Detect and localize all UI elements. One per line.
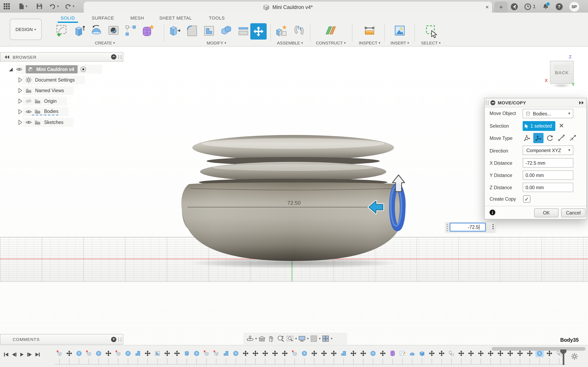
file-menu-icon[interactable]	[18, 3, 25, 10]
group-assemble[interactable]: ASSEMBLE▾	[277, 40, 303, 45]
timeline-feature-boxx[interactable]	[56, 350, 62, 364]
timeline-feature-move[interactable]	[311, 350, 317, 364]
root-component-label[interactable]: Mini Cauldron v4	[26, 65, 77, 73]
collapse-panel-icon[interactable]	[4, 55, 9, 59]
viewports-caret-icon[interactable]: ▾	[331, 337, 332, 341]
tab-sheet-metal[interactable]: SHEET METAL	[159, 16, 192, 20]
visibility-off-icon[interactable]	[25, 98, 32, 104]
move-type-point-to-position-icon[interactable]	[568, 133, 578, 143]
timeline-feature-move[interactable]	[331, 350, 337, 364]
panel-resize-grip[interactable]	[118, 337, 121, 342]
timeline-feature-move[interactable]	[429, 350, 435, 364]
timeline-feature-torus[interactable]	[194, 350, 200, 364]
app-grid-icon[interactable]	[3, 3, 10, 10]
timeline-feature-move[interactable]	[478, 350, 484, 364]
widget-options-icon[interactable]	[493, 224, 494, 229]
timeline-feature-move[interactable]	[546, 350, 553, 364]
save-icon[interactable]	[36, 3, 43, 10]
clear-selection-icon[interactable]: ✕	[559, 122, 564, 129]
timeline-feature-shell[interactable]	[154, 350, 160, 364]
tab-solid[interactable]: SOLID	[61, 16, 75, 20]
zoom-icon[interactable]	[277, 334, 285, 343]
timeline-feature-copy[interactable]	[556, 350, 562, 364]
tree-row-bodies[interactable]: Bodies	[17, 107, 58, 116]
timeline-settings-gear-icon[interactable]	[571, 353, 578, 360]
press-pull-icon[interactable]	[168, 24, 181, 37]
construct-plane-icon[interactable]	[324, 24, 337, 37]
create-form-icon[interactable]	[141, 24, 154, 37]
group-construct[interactable]: CONSTRUCT▾	[316, 40, 346, 45]
timeline-feature-boxx[interactable]	[86, 350, 92, 364]
timeline-feature-torus[interactable]	[95, 350, 102, 364]
look-at-icon[interactable]	[258, 334, 266, 343]
panel-resize-grip[interactable]	[118, 55, 121, 59]
z-distance-input[interactable]: 0.00 mm	[523, 183, 573, 192]
offset-face-icon[interactable]	[237, 24, 250, 37]
tab-tools[interactable]: TOOLS	[209, 16, 225, 20]
x-distance-input[interactable]: -72.5 mm	[523, 158, 573, 167]
collapsed-arrow-icon[interactable]	[17, 98, 24, 104]
collapsed-arrow-icon[interactable]	[17, 87, 24, 94]
group-select[interactable]: SELECT▾	[421, 40, 441, 45]
dialog-drag-grip[interactable]	[486, 100, 488, 105]
cancel-button[interactable]: Cancel	[561, 208, 586, 217]
hole-icon[interactable]	[107, 24, 120, 37]
timeline-playhead-stem[interactable]	[563, 354, 564, 365]
extensions-icon[interactable]	[511, 3, 518, 10]
group-insert[interactable]: INSERT▾	[390, 40, 409, 45]
visibility-eye-icon[interactable]	[25, 108, 32, 115]
tab-surface[interactable]: SURFACE	[92, 16, 114, 20]
timeline-feature-move[interactable]	[517, 350, 523, 364]
timeline-feature-move[interactable]	[468, 350, 474, 364]
timeline-feature-step[interactable]	[223, 350, 229, 364]
redo-icon[interactable]	[65, 3, 71, 10]
timeline-feature-move[interactable]	[439, 350, 445, 364]
timeline-feature-move[interactable]	[527, 350, 533, 364]
notifications-bell-icon[interactable]	[542, 3, 549, 10]
timeline-feature-move[interactable]	[321, 350, 327, 364]
timeline-feature-torus[interactable]	[233, 350, 239, 364]
help-icon[interactable]: ?	[555, 3, 562, 10]
move-type-point-to-point-icon[interactable]	[556, 133, 566, 143]
timeline-go-start-icon[interactable]	[3, 351, 9, 358]
timeline-feature-move[interactable]	[66, 350, 72, 364]
panel-minimize-icon[interactable]: −	[111, 54, 116, 59]
shell-icon[interactable]	[203, 24, 216, 37]
direction-dropdown[interactable]: Component XYZ ▼	[523, 146, 573, 155]
timeline-feature-move[interactable]	[380, 350, 386, 364]
time-tracking-icon[interactable]	[524, 3, 531, 10]
timeline-feature-sketch[interactable]	[399, 350, 406, 364]
timeline-feature-boxx[interactable]	[213, 350, 219, 364]
viewports-icon[interactable]	[321, 334, 330, 343]
zoom-window-icon[interactable]	[286, 334, 294, 343]
orbit-icon[interactable]	[246, 334, 254, 343]
timeline-feature-copy[interactable]	[448, 350, 454, 364]
tree-row-sketches[interactable]: Sketches	[17, 118, 63, 127]
tree-row-root[interactable]: Mini Cauldron v4	[9, 65, 86, 74]
dialog-handle-icon[interactable]	[490, 100, 495, 105]
collapsed-arrow-icon[interactable]	[17, 77, 24, 83]
timeline-feature-torus[interactable]	[301, 350, 307, 364]
selection-button[interactable]: 1 selected	[523, 121, 555, 131]
extrude-icon[interactable]	[73, 24, 86, 37]
viewcube[interactable]: BACK	[550, 61, 574, 84]
undo-caret-icon[interactable]: ▾	[57, 4, 59, 8]
file-menu-caret-icon[interactable]: ▾	[26, 4, 27, 8]
measure-icon[interactable]	[363, 24, 376, 37]
tree-row-named-views[interactable]: Named Views	[17, 86, 64, 95]
move-type-translate-icon[interactable]	[533, 133, 544, 143]
y-distance-input[interactable]: 0.00 mm	[523, 170, 573, 180]
timeline-feature-torus[interactable]	[125, 350, 131, 364]
add-comment-icon[interactable]: +	[111, 337, 116, 342]
tab-mesh[interactable]: MESH	[130, 16, 144, 20]
joint-icon[interactable]	[292, 24, 305, 37]
move-object-dropdown[interactable]: Bodies... ▼	[523, 109, 573, 118]
timeline-play-icon[interactable]	[19, 351, 25, 358]
group-create[interactable]: CREATE▾	[95, 40, 115, 45]
distance-input[interactable]: -72.5	[450, 223, 486, 232]
timeline-feature-boxx[interactable]	[115, 350, 121, 364]
ok-button[interactable]: OK	[534, 208, 559, 217]
timeline-feature-move[interactable]	[458, 350, 464, 364]
timeline-feature-torusActive[interactable]	[536, 350, 543, 364]
timeline-feature-torus[interactable]	[370, 350, 376, 364]
